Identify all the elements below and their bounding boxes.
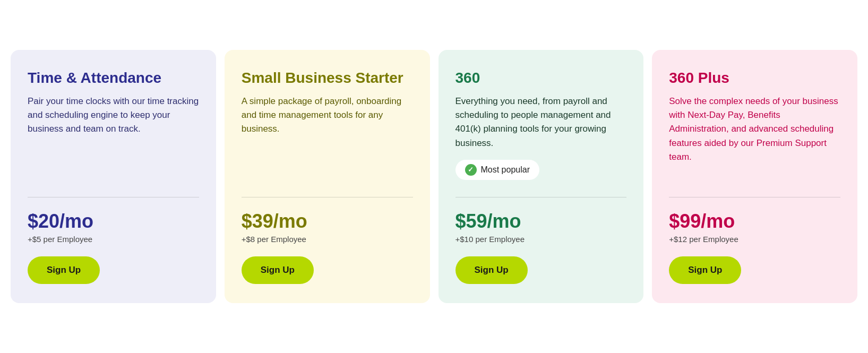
- card-time-attendance: Time & AttendancePair your time clocks w…: [11, 50, 216, 303]
- card-360: 360Everything you need, from payroll and…: [439, 50, 644, 303]
- title-time-attendance: Time & Attendance: [28, 69, 199, 87]
- description-360: Everything you need, from payroll and sc…: [456, 94, 627, 150]
- divider-360-plus: [669, 197, 840, 197]
- sign-up-button-360-plus[interactable]: Sign Up: [669, 256, 741, 284]
- divider-time-attendance: [28, 197, 199, 197]
- card-small-business-starter: Small Business StarterA simple package o…: [225, 50, 430, 303]
- divider-360: [456, 197, 627, 197]
- per-employee-time-attendance: +$5 per Employee: [28, 235, 199, 244]
- sign-up-button-time-attendance[interactable]: Sign Up: [28, 256, 100, 284]
- sign-up-button-360[interactable]: Sign Up: [456, 256, 528, 284]
- pricing-grid: Time & AttendancePair your time clocks w…: [11, 50, 857, 303]
- sign-up-button-small-business-starter[interactable]: Sign Up: [242, 256, 314, 284]
- price-360-plus: $99/mo: [669, 210, 840, 233]
- most-popular-badge: ✓Most popular: [456, 160, 540, 180]
- price-time-attendance: $20/mo: [28, 210, 199, 233]
- description-360-plus: Solve the complex needs of your business…: [669, 94, 840, 180]
- per-employee-small-business-starter: +$8 per Employee: [242, 235, 413, 244]
- price-small-business-starter: $39/mo: [242, 210, 413, 233]
- most-popular-label: Most popular: [481, 165, 530, 175]
- title-360: 360: [456, 69, 627, 87]
- description-time-attendance: Pair your time clocks with our time trac…: [28, 94, 199, 180]
- title-small-business-starter: Small Business Starter: [242, 69, 413, 87]
- per-employee-360-plus: +$12 per Employee: [669, 235, 840, 244]
- description-small-business-starter: A simple package of payroll, onboarding …: [242, 94, 413, 180]
- divider-small-business-starter: [242, 197, 413, 197]
- title-360-plus: 360 Plus: [669, 69, 840, 87]
- card-360-plus: 360 PlusSolve the complex needs of your …: [652, 50, 857, 303]
- per-employee-360: +$10 per Employee: [456, 235, 627, 244]
- price-360: $59/mo: [456, 210, 627, 233]
- check-icon: ✓: [465, 164, 477, 176]
